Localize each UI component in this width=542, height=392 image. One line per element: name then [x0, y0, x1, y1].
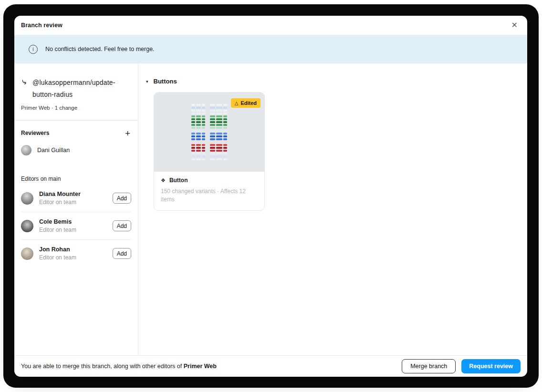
- info-icon: i: [29, 45, 38, 54]
- add-editor-button[interactable]: Add: [113, 193, 131, 204]
- changed-component-card[interactable]: △ Edited ❖ Button 150 changed variants ·…: [154, 92, 265, 211]
- editor-name: Cole Bemis: [39, 218, 76, 225]
- avatar: [21, 248, 33, 260]
- project-name: Primer Web: [184, 363, 217, 370]
- no-conflicts-banner: i No conflicts detected. Feel free to me…: [14, 35, 527, 63]
- component-thumbnail: △ Edited: [154, 93, 264, 172]
- branch-row: @lukasoppermann/update-button-radius: [21, 77, 131, 101]
- editor-role: Editor on team: [39, 254, 76, 261]
- editor-row: Diana Mounter Editor on team Add: [21, 185, 131, 212]
- add-editor-button[interactable]: Add: [113, 248, 131, 259]
- dialog-header: Branch review ✕: [14, 16, 527, 35]
- dialog-body: @lukasoppermann/update-button-radius Pri…: [14, 63, 527, 355]
- dialog-title: Branch review: [21, 22, 63, 29]
- editor-name: Jon Rohan: [39, 246, 76, 253]
- editor-row: Jon Rohan Editor on team Add: [21, 239, 131, 267]
- reviewers-title: Reviewers: [21, 130, 49, 136]
- editor-name: Diana Mounter: [39, 191, 81, 197]
- request-review-button[interactable]: Request review: [461, 359, 521, 373]
- merge-message: You are able to merge this branch, along…: [21, 363, 217, 370]
- edited-badge: △ Edited: [231, 98, 261, 108]
- sidebar: @lukasoppermann/update-button-radius Pri…: [14, 63, 138, 355]
- branch-review-dialog: Branch review ✕ i No conflicts detected.…: [14, 16, 527, 377]
- editors-on-main-title: Editors on main: [21, 175, 131, 182]
- editor-info: Cole Bemis Editor on team: [39, 218, 76, 233]
- card-footer: ❖ Button 150 changed variants · Affects …: [154, 172, 264, 210]
- branch-meta: Primer Web · 1 change: [21, 105, 131, 111]
- section-title: Buttons: [154, 78, 177, 85]
- editor-info: Diana Mounter Editor on team: [39, 191, 81, 206]
- reviewers-header: Reviewers +: [21, 127, 131, 139]
- banner-text: No conflicts detected. Feel free to merg…: [45, 46, 155, 52]
- add-reviewer-icon[interactable]: +: [124, 129, 131, 138]
- button-variants-grid: [191, 104, 227, 160]
- badge-label: Edited: [240, 100, 257, 106]
- dialog-footer: You are able to merge this branch, along…: [14, 355, 527, 377]
- reviewer-name: Dani Guillan: [37, 147, 70, 154]
- changes-panel: ▾ Buttons △ Edited ❖ Button 150 chang: [138, 63, 527, 355]
- editor-role: Editor on team: [39, 227, 76, 233]
- editor-row: Cole Bemis Editor on team Add: [21, 212, 131, 239]
- branch-name: @lukasoppermann/update-button-radius: [32, 77, 118, 101]
- avatar: [21, 192, 33, 205]
- avatar: [21, 220, 33, 232]
- sidebar-divider: [14, 120, 138, 121]
- editor-role: Editor on team: [39, 199, 81, 206]
- merge-branch-button[interactable]: Merge branch: [402, 359, 456, 373]
- reviewer-row: Dani Guillan: [21, 145, 131, 155]
- editor-info: Jon Rohan Editor on team: [39, 246, 76, 261]
- card-name-row: ❖ Button: [161, 177, 258, 184]
- avatar: [21, 145, 31, 155]
- branch-icon: [21, 79, 28, 101]
- component-name: Button: [169, 177, 188, 184]
- add-editor-button[interactable]: Add: [113, 220, 131, 231]
- close-icon[interactable]: ✕: [510, 21, 520, 30]
- section-buttons-header[interactable]: ▾ Buttons: [146, 78, 177, 85]
- warning-icon: △: [235, 101, 239, 106]
- chevron-down-icon: ▾: [146, 79, 148, 84]
- editor-list: Diana Mounter Editor on team Add Cole Be…: [21, 185, 131, 267]
- component-icon: ❖: [161, 177, 166, 184]
- card-caption: 150 changed variants · Affects 12 items: [161, 187, 249, 204]
